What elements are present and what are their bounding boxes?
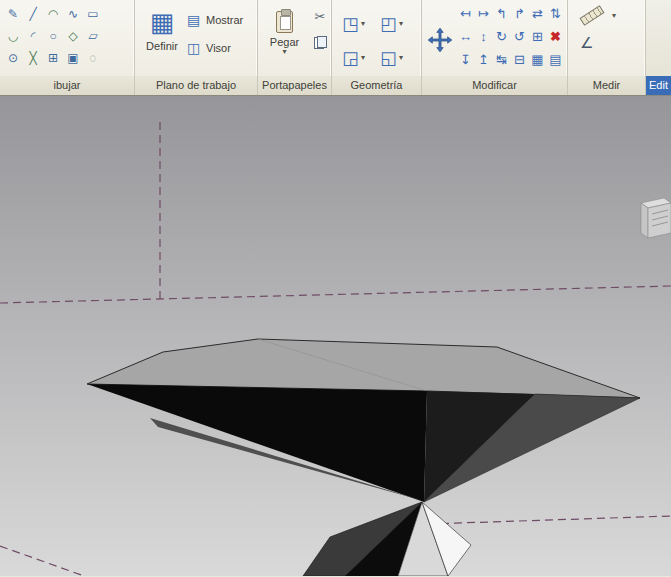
mirror-pick-icon[interactable]: ↱ [511, 5, 528, 22]
paint-button[interactable]: ◱ ▾ [380, 41, 418, 75]
rotate-ccw-icon[interactable]: ↺ [511, 28, 528, 45]
rotate-icon[interactable]: ↻ [493, 28, 510, 45]
paste-dropdown-icon[interactable]: ▾ [282, 48, 286, 56]
3d-viewport[interactable] [0, 96, 671, 576]
panel-label-geometria[interactable]: Geometría [332, 76, 421, 95]
unjoin-icon[interactable]: ⊟ [511, 51, 528, 68]
wall-joins-dropdown-icon[interactable]: ▾ [361, 54, 365, 62]
wall-joins-button[interactable]: ◲ ▾ [342, 41, 380, 75]
move-button[interactable] [426, 3, 453, 76]
quarter-arc-icon[interactable]: ◜ [24, 27, 42, 45]
scissors-icon: ✂ [315, 9, 326, 24]
ellipse-icon[interactable]: ◌ [84, 49, 102, 67]
paste-button[interactable]: Pegar ▾ [262, 3, 307, 76]
define-label: Definir [146, 40, 178, 52]
join-dropdown-icon[interactable]: ▾ [361, 20, 365, 28]
pencil-icon[interactable]: ✎ [4, 5, 22, 23]
join-geometry-button[interactable]: ◳ ▾ [342, 7, 380, 41]
arc-low-icon[interactable]: ◡ [4, 27, 22, 45]
panel-modificar: ↤ ↦ ↰ ↱ ⇄ ⇅ ↔ ↕ ↻ ↺ ⊞ ✖ ↧ ↥ ↹ ⊟ ▦ [422, 0, 568, 95]
panel-editar: Edit [646, 0, 671, 95]
offset-icon[interactable]: ⇄ [529, 5, 546, 22]
ribbon: ✎ ╱ ◠ ∿ ▭ ◡ ◜ ○ ◇ ▱ ⊙ ╳ ⊞ ▣ ◌ ibujar ▦ [0, 0, 671, 96]
viewer-label: Visor [206, 42, 231, 54]
panel-label-editar[interactable]: Edit [646, 76, 671, 95]
paint-icon: ◱ [380, 47, 397, 69]
unpin-icon[interactable]: ↥ [475, 51, 492, 68]
define-workplane-button[interactable]: ▦ Definir [139, 3, 185, 76]
group-icon[interactable]: ▤ [547, 51, 564, 68]
circle-icon[interactable]: ○ [44, 27, 62, 45]
marker-cube[interactable] [641, 198, 671, 238]
align-right-icon[interactable]: ↦ [475, 5, 492, 22]
copy-button[interactable] [311, 33, 329, 51]
paint-dropdown-icon[interactable]: ▾ [399, 54, 403, 62]
copy-icon [314, 36, 327, 49]
clipboard-paste-icon [276, 11, 293, 33]
marker-cube-side [648, 203, 671, 238]
angle-icon: ∠ [580, 34, 593, 52]
line-icon[interactable]: ╱ [24, 5, 42, 23]
viewer-icon: ◫ [185, 40, 202, 56]
point-icon[interactable]: ⊙ [4, 49, 22, 67]
array-icon[interactable]: ⊞ [529, 28, 546, 45]
scale-icon[interactable]: ↹ [493, 51, 510, 68]
spline-icon[interactable]: ∿ [64, 5, 82, 23]
define-workplane-icon: ▦ [150, 7, 175, 37]
modify-tools-grid: ↤ ↦ ↰ ↱ ⇄ ⇅ ↔ ↕ ↻ ↺ ⊞ ✖ ↧ ↥ ↹ ⊟ ▦ [457, 3, 565, 76]
angle-dimension-button[interactable]: ∠ [580, 34, 616, 52]
extend-icon[interactable]: ↔ [457, 28, 474, 45]
ruler-icon [579, 5, 604, 26]
arc-icon[interactable]: ◠ [44, 5, 62, 23]
panel-label-medir[interactable]: Medir [568, 76, 645, 95]
panel-label-portapapeles[interactable]: Portapapeles [258, 76, 331, 95]
cut-geometry-icon: ◰ [380, 13, 397, 35]
show-label: Mostrar [206, 14, 243, 26]
region-icon[interactable]: ▣ [64, 49, 82, 67]
draw-tools-grid: ✎ ╱ ◠ ∿ ▭ ◡ ◜ ○ ◇ ▱ ⊙ ╳ ⊞ ▣ ◌ [4, 3, 103, 76]
grid-tool-icon[interactable]: ⊞ [44, 49, 62, 67]
cut-button[interactable]: ✂ [311, 7, 329, 25]
cut-geo-dropdown-icon[interactable]: ▾ [399, 20, 403, 28]
pin-icon[interactable]: ↧ [457, 51, 474, 68]
cut-geometry-button[interactable]: ◰ ▾ [380, 7, 418, 41]
split-icon[interactable]: ⇅ [547, 5, 564, 22]
delete-icon[interactable]: ✖ [547, 28, 564, 45]
rectangle-icon[interactable]: ▭ [84, 5, 102, 23]
measure-dropdown-icon[interactable]: ▾ [612, 12, 616, 20]
move-icon [427, 27, 453, 53]
marker-cube-front [641, 203, 648, 238]
mirror-axis-icon[interactable]: ↰ [493, 5, 510, 22]
wall-joins-icon: ◲ [342, 47, 359, 69]
panel-portapapeles: Pegar ▾ ✂ Portapapeles [258, 0, 332, 95]
viewport-background [0, 96, 671, 576]
show-workplane-button[interactable]: ▤ Mostrar [185, 11, 243, 29]
copy-modify-icon[interactable]: ▦ [529, 51, 546, 68]
show-workplane-icon: ▤ [185, 12, 202, 28]
pick-lines-icon[interactable]: ╳ [24, 49, 42, 67]
measure-button[interactable]: ▾ [580, 11, 616, 20]
panel-plano-de-trabajo: ▦ Definir ▤ Mostrar ◫ Visor Plano de tra… [135, 0, 258, 95]
panel-dibujar: ✎ ╱ ◠ ∿ ▭ ◡ ◜ ○ ◇ ▱ ⊙ ╳ ⊞ ▣ ◌ ibujar [0, 0, 135, 95]
panel-label-plano[interactable]: Plano de trabajo [135, 76, 257, 95]
trim-icon[interactable]: ↕ [475, 28, 492, 45]
parallelogram-icon[interactable]: ▱ [84, 27, 102, 45]
panel-medir: ▾ ∠ Medir [568, 0, 646, 95]
panel-label-modificar[interactable]: Modificar [422, 76, 567, 95]
panel-geometria: ◳ ▾ ◰ ▾ ◲ ▾ ◱ ▾ Geometría [332, 0, 422, 95]
polygon-icon[interactable]: ◇ [64, 27, 82, 45]
join-geometry-icon: ◳ [342, 13, 359, 35]
panel-label-dibujar[interactable]: ibujar [0, 76, 134, 95]
viewer-button[interactable]: ◫ Visor [185, 39, 243, 57]
align-left-icon[interactable]: ↤ [457, 5, 474, 22]
